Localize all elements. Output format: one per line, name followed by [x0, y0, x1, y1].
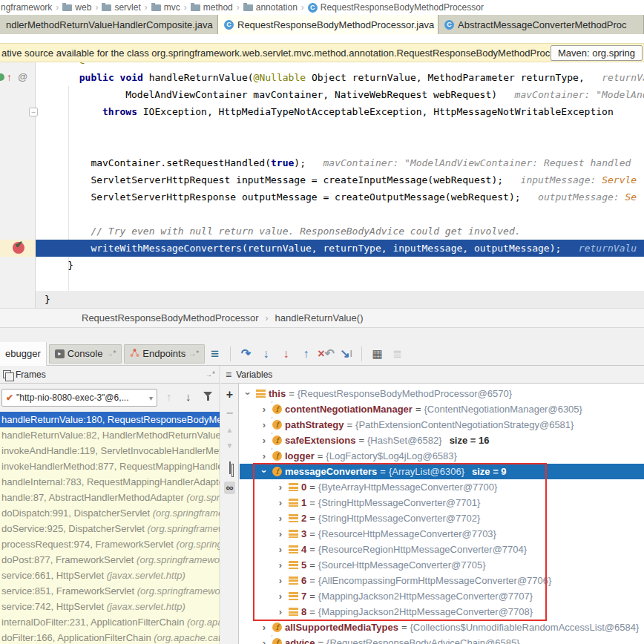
- variable-row[interactable]: ›fpathStrategy={PathExtensionContentNego…: [240, 417, 644, 433]
- code-line[interactable]: public void handleReturnValue(@Nullable …: [36, 69, 644, 86]
- variable-row[interactable]: ›4={ResourceRegionHttpMessageConverter@7…: [240, 542, 644, 557]
- hide-frames-filter-icon[interactable]: [203, 392, 214, 402]
- breadcrumb-item[interactable]: servlet: [102, 2, 140, 13]
- code-editor[interactable]: ↑ @ – ✔ @Override public void handleRetu…: [0, 62, 644, 308]
- stack-frame-row[interactable]: processRequest:974, FrameworkServlet (or…: [0, 536, 220, 552]
- chevron-right-icon[interactable]: ›: [275, 479, 286, 495]
- variable-row[interactable]: ›fallSupportedMediaTypes={Collections$Un…: [240, 620, 644, 635]
- breadcrumb-item[interactable]: ngframework: [1, 2, 52, 13]
- chevron-right-icon[interactable]: ›: [275, 510, 286, 526]
- stack-frame-row[interactable]: doPost:877, FrameworkServlet (org.spring…: [0, 552, 220, 568]
- code-line[interactable]: ModelAndViewContainer mavContainer, Nati…: [36, 86, 644, 103]
- chevron-right-icon[interactable]: ›: [259, 635, 269, 644]
- variable-row[interactable]: ›this={RequestResponseBodyMethodProcesso…: [240, 386, 644, 401]
- editor-gutter[interactable]: ↑ @ – ✔: [0, 62, 36, 308]
- stack-frame-row[interactable]: doService:925, DispatcherServlet (org.sp…: [0, 521, 220, 536]
- step-over-icon[interactable]: ↷: [236, 344, 256, 364]
- chevron-right-icon[interactable]: ›: [259, 620, 269, 635]
- chevron-right-icon[interactable]: ›: [259, 417, 269, 433]
- breadcrumb-class[interactable]: RequestResponseBodyMethodProcessor: [82, 312, 258, 323]
- breadcrumb-item[interactable]: mvc: [151, 2, 180, 13]
- stack-frame-row[interactable]: internalDoFilter:231, ApplicationFilterC…: [0, 614, 220, 630]
- chevron-right-icon[interactable]: ›: [275, 542, 286, 557]
- code-line[interactable]: [36, 120, 644, 137]
- code-line[interactable]: throws IOException, HttpMediaTypeNotAcce…: [36, 103, 644, 120]
- stack-frame-row[interactable]: invokeHandlerMethod:877, RequestMappingH…: [0, 459, 220, 474]
- chevron-right-icon[interactable]: ›: [275, 557, 286, 573]
- variable-row[interactable]: ›8={MappingJackson2HttpMessageConverter@…: [240, 604, 644, 620]
- debug-tab-console[interactable]: ▸Console→*: [49, 344, 122, 364]
- popup-arrow-icon[interactable]: →*: [205, 370, 215, 378]
- step-into-icon[interactable]: ↓: [256, 344, 276, 364]
- stack-frame-row[interactable]: doFilter:166, ApplicationFilterChain (or…: [0, 630, 220, 644]
- next-frame-button[interactable]: ↓: [185, 390, 191, 403]
- evaluate-icon[interactable]: ▦: [367, 344, 387, 364]
- code-line[interactable]: mavContainer.setRequestHandled(true); ma…: [36, 154, 644, 171]
- chevron-right-icon[interactable]: ›: [259, 401, 269, 417]
- breadcrumb-item[interactable]: method: [191, 2, 233, 13]
- code-line[interactable]: // Try even with null return value. Resp…: [36, 223, 644, 240]
- chevron-right-icon[interactable]: ›: [275, 588, 286, 604]
- chevron-right-icon[interactable]: ›: [275, 573, 286, 588]
- stack-frame-row[interactable]: handle:87, AbstractHandlerMethodAdapter …: [0, 490, 220, 505]
- code-line[interactable]: }: [36, 291, 644, 308]
- remove-watch-icon[interactable]: −: [226, 408, 233, 418]
- code-line[interactable]: [36, 206, 644, 223]
- editor-tab[interactable]: CAbstractMessageConverterMethodProc: [438, 15, 644, 34]
- chevron-right-icon[interactable]: ›: [275, 495, 286, 510]
- variable-row[interactable]: ›fadvice={RequestResponseBodyAdviceChain…: [240, 635, 644, 644]
- variable-row[interactable]: ›fsafeExtensions={HashSet@6582}size = 16: [240, 433, 644, 448]
- code-line[interactable]: writeWithMessageConverters(returnValue, …: [36, 240, 644, 257]
- chevron-down-icon[interactable]: ›: [240, 389, 256, 399]
- thread-dropdown[interactable]: ✔ "http-nio-8080-exec-3"@6,... ▾: [1, 389, 157, 407]
- layout-icon[interactable]: ≣: [387, 344, 407, 364]
- code-line[interactable]: [36, 274, 644, 291]
- show-watches-icon[interactable]: ∞: [224, 482, 236, 494]
- move-up-icon[interactable]: ▲: [226, 427, 234, 434]
- run-to-cursor-icon[interactable]: ↘I: [336, 344, 356, 364]
- stack-frame-row[interactable]: service:851, FrameworkServlet (org.sprin…: [0, 583, 220, 599]
- breadcrumb-item[interactable]: annotation: [243, 2, 298, 13]
- code-line[interactable]: ServletServerHttpRequest inputMessage = …: [36, 171, 644, 188]
- override-marker-icon[interactable]: ↑: [7, 72, 12, 82]
- breakpoint-icon[interactable]: ✔: [13, 242, 24, 254]
- breadcrumb-item[interactable]: web: [62, 2, 91, 13]
- variable-row[interactable]: ›1={StringHttpMessageConverter@7701}: [240, 495, 644, 510]
- duplicate-watch-icon[interactable]: [229, 462, 231, 473]
- run-marker-icon[interactable]: [0, 73, 4, 81]
- menu-icon[interactable]: ≡: [205, 344, 225, 364]
- code-area[interactable]: @Override public void handleReturnValue(…: [36, 62, 644, 308]
- chevron-right-icon[interactable]: ›: [259, 448, 269, 464]
- variable-row[interactable]: ›fmessageConverters={ArrayList@6306}size…: [240, 464, 644, 479]
- stack-frame-row[interactable]: doDispatch:991, DispatcherServlet (org.s…: [0, 505, 220, 521]
- variable-row[interactable]: ›3={ResourceHttpMessageConverter@7703}: [240, 526, 644, 542]
- editor-tab[interactable]: ndlerMethodReturnValueHandlerComposite.j…: [0, 15, 218, 34]
- stack-frame-row[interactable]: service:742, HttpServlet (javax.servlet.…: [0, 599, 220, 614]
- move-down-icon[interactable]: ▼: [226, 442, 234, 450]
- prev-frame-button[interactable]: ↑: [166, 390, 172, 403]
- stack-frame-row[interactable]: handleReturnValue:180, RequestResponseBo…: [0, 412, 220, 427]
- debug-tab-endpoints[interactable]: Endpoints→*: [124, 344, 205, 364]
- chevron-right-icon[interactable]: ›: [275, 604, 286, 620]
- variable-row[interactable]: ›7={MappingJackson2HttpMessageConverter@…: [240, 588, 644, 604]
- stack-frame-row[interactable]: invokeAndHandle:119, ServletInvocableHan…: [0, 443, 220, 459]
- variable-row[interactable]: ›6={AllEncompassingFormHttpMessageConver…: [240, 573, 644, 588]
- add-watch-icon[interactable]: +: [226, 390, 233, 400]
- stack-frame-row[interactable]: handleReturnValue:82, HandlerMethodRetur…: [0, 427, 220, 443]
- force-step-into-icon[interactable]: ↓: [276, 344, 296, 364]
- variable-row[interactable]: ›2={StringHttpMessageConverter@7702}: [240, 510, 644, 526]
- variable-row[interactable]: ›flogger={LogFactory$Log4jLog@6583}: [240, 448, 644, 464]
- breadcrumb-item[interactable]: CRequestResponseBodyMethodProcessor: [308, 2, 484, 13]
- variable-row[interactable]: ›0={ByteArrayHttpMessageConverter@7700}: [240, 479, 644, 495]
- chevron-right-icon[interactable]: ›: [259, 433, 269, 448]
- code-line[interactable]: }: [36, 257, 644, 274]
- stack-frame-row[interactable]: handleInternal:783, RequestMappingHandle…: [0, 474, 220, 490]
- variable-row[interactable]: ›fcontentNegotiationManager={ContentNego…: [240, 401, 644, 417]
- debug-tab-ebugger[interactable]: ebugger: [0, 342, 47, 366]
- editor-tab[interactable]: CRequestResponseBodyMethodProcessor.java…: [218, 15, 438, 34]
- library-source-button[interactable]: Maven: org.spring: [551, 45, 643, 61]
- code-line[interactable]: ServletServerHttpResponse outputMessage …: [36, 188, 644, 206]
- stack-frame-row[interactable]: service:661, HttpServlet (javax.servlet.…: [0, 568, 220, 583]
- variable-row[interactable]: ›5={SourceHttpMessageConverter@7705}: [240, 557, 644, 573]
- code-line[interactable]: [36, 137, 644, 154]
